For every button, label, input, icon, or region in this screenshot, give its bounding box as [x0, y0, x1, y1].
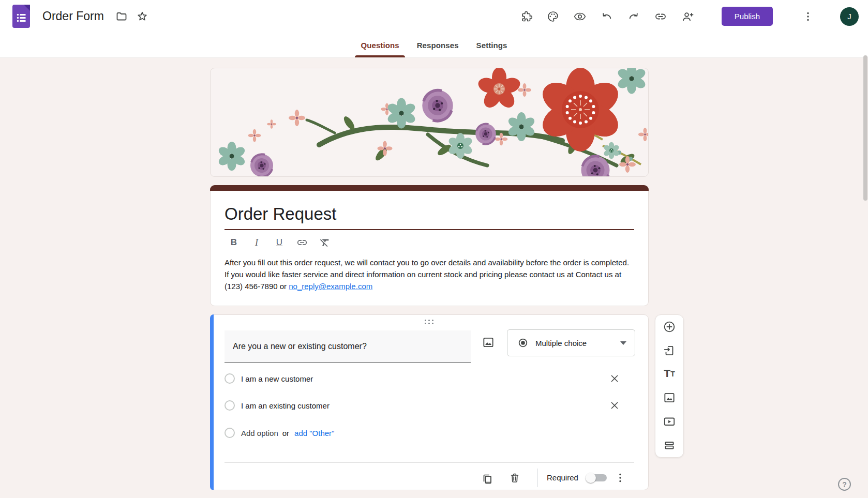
top-bar-actions: Publish J [520, 7, 859, 26]
import-questions-icon[interactable] [663, 344, 676, 357]
add-video-icon[interactable] [663, 415, 676, 428]
theme-color-bar [210, 185, 649, 191]
italic-button[interactable]: I [250, 236, 263, 249]
document-title[interactable]: Order Form [42, 9, 104, 23]
help-icon[interactable]: ? [838, 478, 851, 491]
option-row: I am an existing customer [225, 399, 634, 412]
add-title-and-description-icon[interactable]: TT [663, 368, 676, 381]
title-underline [225, 229, 634, 230]
copy-link-icon[interactable] [654, 10, 667, 23]
chevron-down-icon [620, 341, 626, 345]
clear-formatting-button[interactable] [319, 236, 331, 249]
move-to-folder-icon[interactable] [115, 10, 128, 23]
form-header-image[interactable] [210, 68, 649, 177]
add-image-icon[interactable] [663, 391, 676, 404]
form-title-card: Order Request B I U [210, 185, 649, 306]
add-ons-icon[interactable] [520, 10, 532, 23]
remove-option-icon[interactable] [608, 372, 621, 385]
duplicate-question-icon[interactable] [481, 472, 493, 484]
radio-circle [225, 400, 235, 411]
tab-settings[interactable]: Settings [468, 33, 516, 57]
or-text: or [282, 429, 289, 437]
required-label: Required [547, 473, 578, 482]
star-icon[interactable] [136, 10, 148, 23]
add-collaborators-icon[interactable] [681, 10, 694, 23]
remove-option-icon[interactable] [608, 399, 621, 412]
bold-button[interactable]: B [228, 236, 240, 249]
add-option-row: Add option or add "Other" [225, 427, 634, 439]
toggle-thumb [586, 473, 596, 483]
format-toolbar: B I U [228, 236, 331, 249]
underline-button[interactable]: U [273, 236, 286, 249]
radio-circle [225, 373, 235, 384]
insert-link-button[interactable] [296, 236, 308, 249]
forms-logo-icon[interactable] [12, 5, 30, 28]
top-bar: Order Form [0, 0, 868, 33]
footer-divider [537, 469, 538, 487]
account-avatar[interactable]: J [840, 7, 859, 26]
add-image-to-question-icon[interactable] [482, 336, 495, 349]
undo-icon[interactable] [601, 10, 613, 23]
insert-toolbar: TT [655, 314, 684, 458]
option-label[interactable]: I am an existing customer [241, 401, 330, 410]
question-type-label: Multiple choice [535, 339, 587, 348]
selected-question-indicator [210, 314, 214, 490]
publish-button[interactable]: Publish [722, 7, 773, 26]
add-section-icon[interactable] [663, 439, 676, 452]
add-question-icon[interactable] [663, 320, 676, 334]
question-type-dropdown[interactable]: Multiple choice [507, 329, 635, 356]
form-description-email-link[interactable]: no_reply@example.com [289, 282, 372, 291]
question-title-input[interactable]: Are you a new or existing customer? [225, 330, 471, 363]
google-forms-editor: Order Form [0, 0, 868, 498]
required-toggle[interactable] [587, 474, 607, 481]
more-options-icon[interactable] [802, 10, 814, 23]
preview-icon[interactable] [574, 10, 586, 23]
option-label[interactable]: I am a new customer [241, 374, 313, 383]
option-row: I am a new customer [225, 372, 634, 385]
question-more-options-icon[interactable] [614, 472, 626, 484]
form-description-text: After you fill out this order request, w… [225, 258, 629, 291]
multiple-choice-icon [517, 337, 529, 349]
question-footer-divider [225, 462, 634, 463]
form-editor-content: Order Request B I U [0, 58, 868, 498]
drag-handle[interactable] [425, 320, 434, 325]
delete-question-icon[interactable] [508, 472, 521, 484]
form-description[interactable]: After you fill out this order request, w… [225, 256, 633, 292]
form-title[interactable]: Order Request [225, 204, 336, 224]
add-other-button[interactable]: add "Other" [294, 429, 334, 437]
scrollbar[interactable] [863, 55, 867, 201]
question-card: Are you a new or existing customer? M [210, 314, 649, 490]
radio-circle [225, 428, 235, 438]
tab-questions[interactable]: Questions [352, 33, 408, 57]
add-option-button[interactable]: Add option [241, 429, 278, 437]
editor-tabs: Questions Responses Settings [0, 33, 868, 58]
tab-responses[interactable]: Responses [408, 33, 468, 57]
customize-theme-icon[interactable] [547, 10, 559, 23]
redo-icon[interactable] [627, 10, 640, 23]
